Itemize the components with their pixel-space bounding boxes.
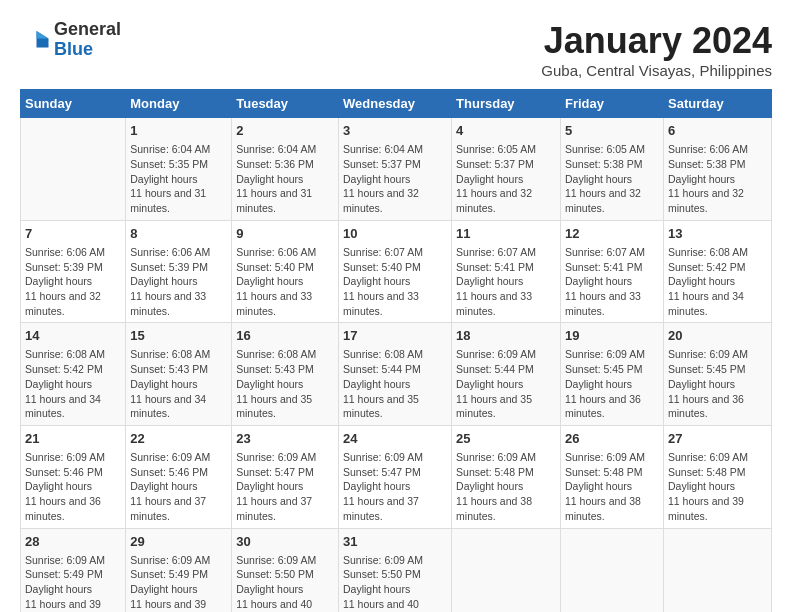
col-sunday: Sunday (21, 90, 126, 118)
table-row: 15Sunrise: 6:08 AMSunset: 5:43 PMDayligh… (126, 323, 232, 426)
day-number: 12 (565, 225, 659, 243)
table-row: 7Sunrise: 6:06 AMSunset: 5:39 PMDaylight… (21, 220, 126, 323)
table-row: 28Sunrise: 6:09 AMSunset: 5:49 PMDayligh… (21, 528, 126, 612)
day-number: 14 (25, 327, 121, 345)
day-number: 20 (668, 327, 767, 345)
day-number: 21 (25, 430, 121, 448)
table-row: 27Sunrise: 6:09 AMSunset: 5:48 PMDayligh… (663, 425, 771, 528)
cell-info: Sunrise: 6:05 AMSunset: 5:38 PMDaylight … (565, 142, 659, 215)
day-number: 18 (456, 327, 556, 345)
day-number: 1 (130, 122, 227, 140)
col-thursday: Thursday (452, 90, 561, 118)
cell-info: Sunrise: 6:09 AMSunset: 5:44 PMDaylight … (456, 347, 556, 420)
logo-text: General Blue (54, 20, 121, 60)
table-row: 22Sunrise: 6:09 AMSunset: 5:46 PMDayligh… (126, 425, 232, 528)
table-row: 30Sunrise: 6:09 AMSunset: 5:50 PMDayligh… (232, 528, 339, 612)
table-row: 17Sunrise: 6:08 AMSunset: 5:44 PMDayligh… (339, 323, 452, 426)
table-row: 10Sunrise: 6:07 AMSunset: 5:40 PMDayligh… (339, 220, 452, 323)
table-row: 24Sunrise: 6:09 AMSunset: 5:47 PMDayligh… (339, 425, 452, 528)
col-friday: Friday (560, 90, 663, 118)
logo: General Blue (20, 20, 121, 60)
cell-info: Sunrise: 6:08 AMSunset: 5:43 PMDaylight … (236, 347, 334, 420)
day-number: 15 (130, 327, 227, 345)
col-tuesday: Tuesday (232, 90, 339, 118)
day-number: 17 (343, 327, 447, 345)
day-number: 23 (236, 430, 334, 448)
day-number: 28 (25, 533, 121, 551)
location: Guba, Central Visayas, Philippines (541, 62, 772, 79)
calendar-week-row: 14Sunrise: 6:08 AMSunset: 5:42 PMDayligh… (21, 323, 772, 426)
cell-info: Sunrise: 6:09 AMSunset: 5:49 PMDaylight … (130, 553, 227, 612)
day-number: 9 (236, 225, 334, 243)
day-number: 5 (565, 122, 659, 140)
day-number: 3 (343, 122, 447, 140)
table-row: 20Sunrise: 6:09 AMSunset: 5:45 PMDayligh… (663, 323, 771, 426)
cell-info: Sunrise: 6:07 AMSunset: 5:41 PMDaylight … (565, 245, 659, 318)
day-number: 19 (565, 327, 659, 345)
day-number: 8 (130, 225, 227, 243)
cell-info: Sunrise: 6:08 AMSunset: 5:42 PMDaylight … (668, 245, 767, 318)
day-number: 24 (343, 430, 447, 448)
table-row (452, 528, 561, 612)
calendar-week-row: 21Sunrise: 6:09 AMSunset: 5:46 PMDayligh… (21, 425, 772, 528)
cell-info: Sunrise: 6:05 AMSunset: 5:37 PMDaylight … (456, 142, 556, 215)
cell-info: Sunrise: 6:09 AMSunset: 5:50 PMDaylight … (236, 553, 334, 612)
logo-blue: Blue (54, 40, 121, 60)
day-number: 27 (668, 430, 767, 448)
cell-info: Sunrise: 6:07 AMSunset: 5:40 PMDaylight … (343, 245, 447, 318)
calendar-week-row: 28Sunrise: 6:09 AMSunset: 5:49 PMDayligh… (21, 528, 772, 612)
cell-info: Sunrise: 6:04 AMSunset: 5:37 PMDaylight … (343, 142, 447, 215)
cell-info: Sunrise: 6:08 AMSunset: 5:43 PMDaylight … (130, 347, 227, 420)
cell-info: Sunrise: 6:09 AMSunset: 5:45 PMDaylight … (565, 347, 659, 420)
calendar-week-row: 7Sunrise: 6:06 AMSunset: 5:39 PMDaylight… (21, 220, 772, 323)
table-row (21, 118, 126, 221)
calendar-table: Sunday Monday Tuesday Wednesday Thursday… (20, 89, 772, 612)
day-number: 13 (668, 225, 767, 243)
col-saturday: Saturday (663, 90, 771, 118)
table-row (560, 528, 663, 612)
cell-info: Sunrise: 6:09 AMSunset: 5:46 PMDaylight … (25, 450, 121, 523)
table-row: 1Sunrise: 6:04 AMSunset: 5:35 PMDaylight… (126, 118, 232, 221)
cell-info: Sunrise: 6:09 AMSunset: 5:45 PMDaylight … (668, 347, 767, 420)
table-row: 31Sunrise: 6:09 AMSunset: 5:50 PMDayligh… (339, 528, 452, 612)
table-row: 19Sunrise: 6:09 AMSunset: 5:45 PMDayligh… (560, 323, 663, 426)
cell-info: Sunrise: 6:09 AMSunset: 5:48 PMDaylight … (565, 450, 659, 523)
day-number: 2 (236, 122, 334, 140)
table-row: 18Sunrise: 6:09 AMSunset: 5:44 PMDayligh… (452, 323, 561, 426)
cell-info: Sunrise: 6:04 AMSunset: 5:35 PMDaylight … (130, 142, 227, 215)
cell-info: Sunrise: 6:06 AMSunset: 5:40 PMDaylight … (236, 245, 334, 318)
day-number: 30 (236, 533, 334, 551)
table-row: 5Sunrise: 6:05 AMSunset: 5:38 PMDaylight… (560, 118, 663, 221)
table-row: 11Sunrise: 6:07 AMSunset: 5:41 PMDayligh… (452, 220, 561, 323)
title-block: January 2024 Guba, Central Visayas, Phil… (541, 20, 772, 79)
day-number: 4 (456, 122, 556, 140)
day-number: 29 (130, 533, 227, 551)
cell-info: Sunrise: 6:08 AMSunset: 5:44 PMDaylight … (343, 347, 447, 420)
cell-info: Sunrise: 6:07 AMSunset: 5:41 PMDaylight … (456, 245, 556, 318)
cell-info: Sunrise: 6:06 AMSunset: 5:39 PMDaylight … (25, 245, 121, 318)
logo-icon (20, 25, 50, 55)
table-row: 29Sunrise: 6:09 AMSunset: 5:49 PMDayligh… (126, 528, 232, 612)
cell-info: Sunrise: 6:08 AMSunset: 5:42 PMDaylight … (25, 347, 121, 420)
table-row: 25Sunrise: 6:09 AMSunset: 5:48 PMDayligh… (452, 425, 561, 528)
table-row: 4Sunrise: 6:05 AMSunset: 5:37 PMDaylight… (452, 118, 561, 221)
day-number: 16 (236, 327, 334, 345)
cell-info: Sunrise: 6:09 AMSunset: 5:48 PMDaylight … (456, 450, 556, 523)
calendar-header-row: Sunday Monday Tuesday Wednesday Thursday… (21, 90, 772, 118)
cell-info: Sunrise: 6:09 AMSunset: 5:46 PMDaylight … (130, 450, 227, 523)
table-row: 16Sunrise: 6:08 AMSunset: 5:43 PMDayligh… (232, 323, 339, 426)
table-row: 8Sunrise: 6:06 AMSunset: 5:39 PMDaylight… (126, 220, 232, 323)
table-row: 21Sunrise: 6:09 AMSunset: 5:46 PMDayligh… (21, 425, 126, 528)
col-wednesday: Wednesday (339, 90, 452, 118)
cell-info: Sunrise: 6:09 AMSunset: 5:48 PMDaylight … (668, 450, 767, 523)
day-number: 25 (456, 430, 556, 448)
table-row: 26Sunrise: 6:09 AMSunset: 5:48 PMDayligh… (560, 425, 663, 528)
day-number: 11 (456, 225, 556, 243)
table-row: 2Sunrise: 6:04 AMSunset: 5:36 PMDaylight… (232, 118, 339, 221)
cell-info: Sunrise: 6:09 AMSunset: 5:50 PMDaylight … (343, 553, 447, 612)
table-row: 13Sunrise: 6:08 AMSunset: 5:42 PMDayligh… (663, 220, 771, 323)
cell-info: Sunrise: 6:09 AMSunset: 5:47 PMDaylight … (343, 450, 447, 523)
table-row: 14Sunrise: 6:08 AMSunset: 5:42 PMDayligh… (21, 323, 126, 426)
table-row: 9Sunrise: 6:06 AMSunset: 5:40 PMDaylight… (232, 220, 339, 323)
day-number: 10 (343, 225, 447, 243)
